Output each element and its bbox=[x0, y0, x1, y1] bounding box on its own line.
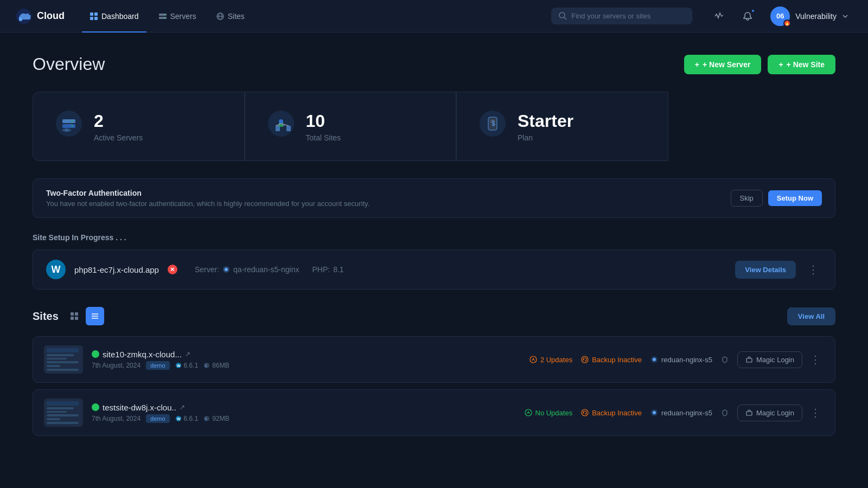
nav-sites[interactable]: Sites bbox=[208, 8, 252, 25]
backup-badge-1: Backup Inactive bbox=[581, 356, 642, 364]
magic-login-icon-2 bbox=[745, 409, 753, 416]
svg-point-1 bbox=[19, 18, 22, 21]
svg-rect-42 bbox=[75, 317, 78, 320]
svg-point-51 bbox=[582, 356, 588, 363]
svg-point-15 bbox=[56, 111, 82, 137]
backup-icon-1 bbox=[581, 356, 589, 363]
magic-login-label-1: Magic Login bbox=[756, 356, 794, 364]
setup-meta: Server: qa-reduan-s5-nginx PHP: 8.1 bbox=[195, 265, 344, 274]
server-small-icon-2 bbox=[650, 409, 658, 416]
header-actions: + + New Server + + New Site bbox=[684, 55, 835, 74]
svg-point-31 bbox=[279, 119, 283, 124]
setup-section-title: Site Setup In Progress . . . bbox=[33, 233, 835, 242]
new-site-icon: + bbox=[778, 60, 783, 69]
list-view-button[interactable] bbox=[86, 307, 104, 325]
updates-icon-2 bbox=[525, 409, 532, 416]
svg-text:$: $ bbox=[492, 120, 495, 127]
search-bar[interactable]: Find your servers or sites bbox=[551, 8, 692, 24]
site-row: site10-zmkq.x-cloud... ↗ 7th August, 202… bbox=[33, 336, 835, 383]
tfa-setup-button[interactable]: Setup Now bbox=[768, 190, 822, 206]
shield-icon-1 bbox=[721, 356, 729, 363]
stat-card-plan[interactable]: $ Starter Plan bbox=[456, 92, 668, 161]
magic-login-button-2[interactable]: Magic Login bbox=[737, 404, 802, 421]
logo[interactable]: Cloud bbox=[15, 8, 65, 25]
site-name-2: testsite-dw8j.x-clou.. bbox=[103, 403, 176, 412]
external-link-icon-2[interactable]: ↗ bbox=[180, 403, 185, 411]
grid-view-button[interactable] bbox=[65, 307, 84, 325]
setup-php-info: PHP: 8.1 bbox=[312, 265, 343, 274]
site-meta-2: 7th August, 2024 demo W 6.6.1 S 92MB bbox=[92, 414, 229, 423]
server-name-badge-1: reduan-nginx-s5 bbox=[661, 356, 712, 364]
view-details-button[interactable]: View Details bbox=[735, 261, 796, 279]
updates-badge-1: 2 Updates bbox=[529, 356, 572, 364]
search-icon bbox=[559, 12, 567, 20]
site-wp-version-2: W 6.6.1 bbox=[175, 415, 199, 422]
sites-icon bbox=[216, 12, 225, 21]
view-all-button[interactable]: View All bbox=[787, 307, 835, 325]
new-server-button[interactable]: + + New Server bbox=[684, 55, 762, 74]
magic-login-icon-1 bbox=[745, 356, 753, 363]
activity-icon bbox=[714, 11, 724, 21]
view-toggle bbox=[65, 307, 104, 325]
tfa-skip-button[interactable]: Skip bbox=[731, 190, 763, 207]
svg-rect-41 bbox=[71, 317, 74, 320]
servers-stat-text: 2 Active Servers bbox=[94, 111, 143, 142]
nav-dashboard-label: Dashboard bbox=[101, 12, 139, 21]
activity-button[interactable] bbox=[710, 7, 729, 26]
setup-site-name: php81-ec7j.x-cloud.app bbox=[74, 265, 159, 274]
tfa-actions: Skip Setup Now bbox=[731, 190, 822, 207]
setup-server-name: qa-reduan-s5-nginx bbox=[233, 265, 299, 274]
nav-servers-label: Servers bbox=[170, 12, 196, 21]
shield-badge-1 bbox=[721, 356, 729, 363]
nav-links: Dashboard Servers Sites bbox=[82, 8, 252, 25]
nav-sites-label: Sites bbox=[228, 12, 245, 21]
svg-text:S: S bbox=[205, 364, 207, 368]
user-menu[interactable]: 06 🔥 Vulnerability bbox=[766, 4, 853, 28]
dashboard-icon bbox=[90, 12, 98, 21]
navbar: Cloud Dashboard Servers bbox=[0, 0, 868, 33]
servers-icon bbox=[158, 12, 167, 21]
servers-label: Active Servers bbox=[94, 133, 143, 142]
svg-line-14 bbox=[564, 17, 566, 20]
nav-servers[interactable]: Servers bbox=[151, 8, 204, 25]
servers-stat-icon bbox=[55, 110, 83, 143]
tfa-title: Two-Factor Authentication bbox=[46, 189, 369, 197]
nav-dashboard[interactable]: Dashboard bbox=[82, 8, 146, 25]
svg-point-19 bbox=[72, 125, 73, 127]
notifications-button[interactable] bbox=[738, 7, 757, 26]
svg-point-62 bbox=[653, 411, 656, 414]
plan-stat-icon: $ bbox=[478, 110, 507, 143]
logo-icon bbox=[15, 8, 33, 25]
php-label: PHP: bbox=[312, 265, 330, 274]
avatar: 06 🔥 bbox=[770, 7, 790, 26]
site-more-options-2[interactable]: ⋮ bbox=[807, 403, 824, 422]
plan-name: Starter bbox=[518, 111, 573, 131]
new-site-button[interactable]: + + New Site bbox=[768, 55, 835, 74]
servers-count: 2 bbox=[94, 111, 143, 131]
svg-point-13 bbox=[559, 12, 565, 18]
svg-point-9 bbox=[164, 17, 165, 18]
site-status-dot-2 bbox=[92, 403, 99, 411]
stat-card-servers[interactable]: 2 Active Servers bbox=[33, 92, 245, 161]
site-date-2: 7th August, 2024 bbox=[92, 415, 141, 422]
site-thumbnail-1 bbox=[44, 345, 83, 374]
grid-icon bbox=[70, 312, 79, 320]
plan-label: Plan bbox=[518, 133, 573, 142]
magic-login-button-1[interactable]: Magic Login bbox=[737, 351, 802, 368]
size-icon-2: S bbox=[203, 415, 210, 422]
site-actions-1: Magic Login ⋮ bbox=[737, 350, 824, 369]
shield-badge-2 bbox=[721, 409, 729, 416]
nav-actions: 06 🔥 Vulnerability bbox=[710, 4, 853, 28]
list-icon bbox=[91, 312, 99, 320]
backup-label-1: Backup Inactive bbox=[592, 356, 642, 364]
updates-label-1: 2 Updates bbox=[540, 356, 572, 364]
backup-badge-2: Backup Inactive bbox=[581, 409, 642, 417]
site-more-options-1[interactable]: ⋮ bbox=[807, 350, 824, 369]
stat-card-sites[interactable]: 10 Total Sites bbox=[245, 92, 457, 161]
setup-more-options-button[interactable]: ⋮ bbox=[805, 260, 822, 279]
site-status-dot-1 bbox=[92, 350, 99, 358]
external-link-icon-1[interactable]: ↗ bbox=[185, 350, 190, 358]
new-site-label: + New Site bbox=[787, 60, 825, 69]
svg-point-38 bbox=[225, 268, 228, 271]
svg-point-59 bbox=[525, 409, 532, 416]
